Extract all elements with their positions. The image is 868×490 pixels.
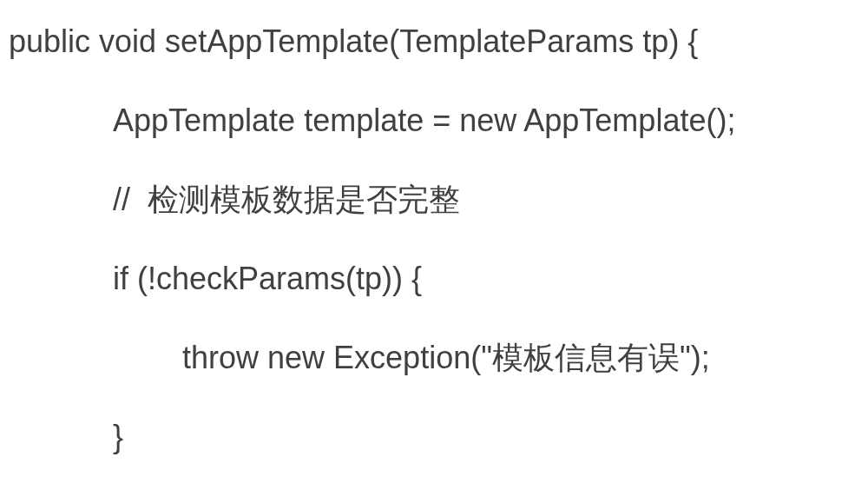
code-line-4: if (!checkParams(tp)) { [9,263,859,295]
code-comment: // 检测模板数据是否完整 [9,184,859,215]
code-line-6: } [9,421,859,453]
code-line-1: public void setAppTemplate(TemplateParam… [9,26,859,57]
code-line-5: throw new Exception("模板信息有误"); [9,342,859,374]
code-line-2: AppTemplate template = new AppTemplate()… [9,105,859,136]
code-snippet: public void setAppTemplate(TemplateParam… [0,0,868,461]
